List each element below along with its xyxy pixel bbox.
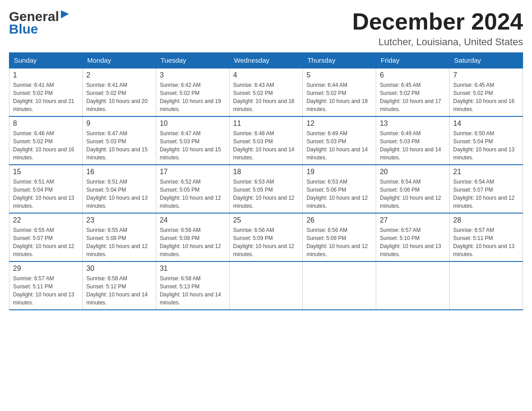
day-number: 13 (380, 120, 446, 128)
day-info: Sunrise: 6:49 AMSunset: 5:03 PMDaylight:… (306, 129, 372, 162)
day-number: 14 (453, 120, 519, 128)
day-number: 28 (453, 216, 519, 224)
day-number: 16 (86, 168, 152, 176)
day-number: 12 (306, 120, 372, 128)
calendar-cell (229, 261, 303, 310)
logo-blue-text: Blue (9, 21, 38, 37)
calendar-cell: 9Sunrise: 6:47 AMSunset: 5:03 PMDaylight… (82, 116, 156, 165)
calendar-cell (303, 261, 376, 310)
location-text: Lutcher, Louisiana, United States (352, 36, 523, 48)
day-info: Sunrise: 6:56 AMSunset: 5:09 PMDaylight:… (306, 226, 372, 258)
day-number: 25 (233, 216, 299, 224)
day-info: Sunrise: 6:53 AMSunset: 5:06 PMDaylight:… (306, 178, 372, 210)
calendar-cell: 21Sunrise: 6:54 AMSunset: 5:07 PMDayligh… (450, 165, 523, 213)
calendar-cell: 2Sunrise: 6:41 AMSunset: 5:02 PMDaylight… (82, 68, 156, 116)
weekday-header-thursday: Thursday (303, 53, 376, 68)
day-number: 31 (160, 265, 226, 273)
day-info: Sunrise: 6:41 AMSunset: 5:02 PMDaylight:… (13, 81, 79, 113)
day-info: Sunrise: 6:55 AMSunset: 5:08 PMDaylight:… (86, 226, 152, 258)
calendar-cell: 24Sunrise: 6:56 AMSunset: 5:08 PMDayligh… (156, 213, 229, 261)
calendar-cell: 12Sunrise: 6:49 AMSunset: 5:03 PMDayligh… (303, 116, 376, 165)
svg-marker-0 (61, 10, 69, 18)
weekday-header-wednesday: Wednesday (229, 53, 303, 68)
day-info: Sunrise: 6:47 AMSunset: 5:03 PMDaylight:… (160, 129, 226, 162)
day-info: Sunrise: 6:49 AMSunset: 5:03 PMDaylight:… (380, 129, 446, 162)
calendar-cell: 13Sunrise: 6:49 AMSunset: 5:03 PMDayligh… (376, 116, 450, 165)
calendar-cell: 31Sunrise: 6:58 AMSunset: 5:13 PMDayligh… (156, 261, 229, 310)
calendar-cell: 4Sunrise: 6:43 AMSunset: 5:02 PMDaylight… (229, 68, 303, 116)
day-number: 9 (86, 120, 152, 128)
day-number: 8 (13, 120, 79, 128)
day-info: Sunrise: 6:46 AMSunset: 5:02 PMDaylight:… (13, 129, 79, 162)
calendar-cell: 26Sunrise: 6:56 AMSunset: 5:09 PMDayligh… (303, 213, 376, 261)
day-number: 26 (306, 216, 372, 224)
calendar-table: SundayMondayTuesdayWednesdayThursdayFrid… (9, 52, 523, 310)
calendar-cell: 14Sunrise: 6:50 AMSunset: 5:04 PMDayligh… (450, 116, 523, 165)
day-info: Sunrise: 6:53 AMSunset: 5:05 PMDaylight:… (233, 178, 299, 210)
calendar-cell: 5Sunrise: 6:44 AMSunset: 5:02 PMDaylight… (303, 68, 376, 116)
weekday-header-saturday: Saturday (450, 53, 523, 68)
calendar-cell: 20Sunrise: 6:54 AMSunset: 5:06 PMDayligh… (376, 165, 450, 213)
calendar-cell: 22Sunrise: 6:55 AMSunset: 5:07 PMDayligh… (9, 213, 83, 261)
day-number: 3 (160, 71, 226, 79)
calendar-cell: 7Sunrise: 6:45 AMSunset: 5:02 PMDaylight… (450, 68, 523, 116)
calendar-cell: 17Sunrise: 6:52 AMSunset: 5:05 PMDayligh… (156, 165, 229, 213)
calendar-cell (450, 261, 523, 310)
day-number: 29 (13, 265, 79, 273)
calendar-cell (376, 261, 450, 310)
day-info: Sunrise: 6:51 AMSunset: 5:04 PMDaylight:… (86, 178, 152, 210)
weekday-header-tuesday: Tuesday (156, 53, 229, 68)
calendar-cell: 30Sunrise: 6:58 AMSunset: 5:12 PMDayligh… (82, 261, 156, 310)
weekday-header-row: SundayMondayTuesdayWednesdayThursdayFrid… (9, 53, 523, 68)
calendar-cell: 25Sunrise: 6:56 AMSunset: 5:09 PMDayligh… (229, 213, 303, 261)
calendar-cell: 28Sunrise: 6:57 AMSunset: 5:11 PMDayligh… (450, 213, 523, 261)
logo: General Blue (9, 9, 70, 37)
day-info: Sunrise: 6:51 AMSunset: 5:04 PMDaylight:… (13, 178, 79, 210)
day-number: 21 (453, 168, 519, 176)
day-number: 5 (306, 71, 372, 79)
day-number: 6 (380, 71, 446, 79)
logo-arrow-icon (60, 9, 70, 19)
calendar-cell: 18Sunrise: 6:53 AMSunset: 5:05 PMDayligh… (229, 165, 303, 213)
calendar-cell: 16Sunrise: 6:51 AMSunset: 5:04 PMDayligh… (82, 165, 156, 213)
day-number: 23 (86, 216, 152, 224)
day-number: 27 (380, 216, 446, 224)
calendar-cell: 10Sunrise: 6:47 AMSunset: 5:03 PMDayligh… (156, 116, 229, 165)
day-info: Sunrise: 6:45 AMSunset: 5:02 PMDaylight:… (380, 81, 446, 113)
calendar-cell: 11Sunrise: 6:48 AMSunset: 5:03 PMDayligh… (229, 116, 303, 165)
day-info: Sunrise: 6:52 AMSunset: 5:05 PMDaylight:… (160, 178, 226, 210)
day-info: Sunrise: 6:47 AMSunset: 5:03 PMDaylight:… (86, 129, 152, 162)
day-number: 2 (86, 71, 152, 79)
calendar-cell: 6Sunrise: 6:45 AMSunset: 5:02 PMDaylight… (376, 68, 450, 116)
weekday-header-sunday: Sunday (9, 53, 83, 68)
calendar-week-row: 15Sunrise: 6:51 AMSunset: 5:04 PMDayligh… (9, 165, 523, 213)
day-number: 11 (233, 120, 299, 128)
weekday-header-friday: Friday (376, 53, 450, 68)
weekday-header-monday: Monday (82, 53, 156, 68)
day-info: Sunrise: 6:54 AMSunset: 5:07 PMDaylight:… (453, 178, 519, 210)
month-title: December 2024 (352, 9, 523, 34)
day-number: 24 (160, 216, 226, 224)
day-info: Sunrise: 6:54 AMSunset: 5:06 PMDaylight:… (380, 178, 446, 210)
day-info: Sunrise: 6:57 AMSunset: 5:11 PMDaylight:… (13, 274, 79, 307)
day-info: Sunrise: 6:55 AMSunset: 5:07 PMDaylight:… (13, 226, 79, 258)
day-info: Sunrise: 6:56 AMSunset: 5:08 PMDaylight:… (160, 226, 226, 258)
day-number: 20 (380, 168, 446, 176)
day-number: 10 (160, 120, 226, 128)
calendar-cell: 19Sunrise: 6:53 AMSunset: 5:06 PMDayligh… (303, 165, 376, 213)
day-info: Sunrise: 6:58 AMSunset: 5:13 PMDaylight:… (160, 274, 226, 307)
calendar-cell: 8Sunrise: 6:46 AMSunset: 5:02 PMDaylight… (9, 116, 83, 165)
day-info: Sunrise: 6:45 AMSunset: 5:02 PMDaylight:… (453, 81, 519, 113)
day-info: Sunrise: 6:44 AMSunset: 5:02 PMDaylight:… (306, 81, 372, 113)
day-number: 30 (86, 265, 152, 273)
calendar-week-row: 29Sunrise: 6:57 AMSunset: 5:11 PMDayligh… (9, 261, 523, 310)
page-header: General Blue December 2024 Lutcher, Loui… (9, 9, 523, 48)
calendar-cell: 15Sunrise: 6:51 AMSunset: 5:04 PMDayligh… (9, 165, 83, 213)
day-info: Sunrise: 6:48 AMSunset: 5:03 PMDaylight:… (233, 129, 299, 162)
day-number: 1 (13, 71, 79, 79)
day-number: 15 (13, 168, 79, 176)
day-info: Sunrise: 6:41 AMSunset: 5:02 PMDaylight:… (86, 81, 152, 113)
day-info: Sunrise: 6:57 AMSunset: 5:10 PMDaylight:… (380, 226, 446, 258)
calendar-cell: 29Sunrise: 6:57 AMSunset: 5:11 PMDayligh… (9, 261, 83, 310)
day-number: 18 (233, 168, 299, 176)
